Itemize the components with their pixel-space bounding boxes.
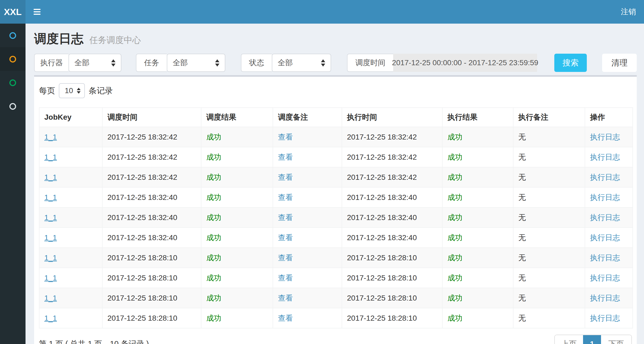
executor-label: 执行器	[34, 54, 68, 72]
handle-msg-cell: 无	[513, 167, 585, 187]
trigger-result-cell: 成功	[201, 167, 273, 187]
page-length-select[interactable]: 10	[59, 83, 85, 98]
daterange-input[interactable]: 2017-12-25 00:00:00 - 2017-12-25 23:59:5…	[393, 54, 537, 72]
trigger-msg-link[interactable]: 查看	[278, 173, 293, 181]
jobkey-link[interactable]: 1_1	[44, 314, 57, 322]
col-header-handle-result: 执行结果	[442, 108, 513, 127]
jobkey-link[interactable]: 1_1	[44, 294, 57, 302]
sidebar-item-executor[interactable]	[0, 94, 26, 118]
sidebar-item-joblog[interactable]	[0, 71, 26, 94]
handle-result-cell: 成功	[442, 308, 513, 328]
jobkey-link[interactable]: 1_1	[44, 274, 57, 282]
col-header-jobkey: JobKey	[39, 108, 102, 127]
clear-button[interactable]: 清理	[602, 54, 637, 72]
select-arrows-icon	[215, 59, 219, 67]
app-logo[interactable]: XXL	[0, 0, 26, 24]
handle-msg-cell: 无	[513, 187, 585, 207]
trigger-time-cell: 2017-12-25 18:28:10	[102, 268, 201, 288]
jobkey-link[interactable]: 1_1	[44, 133, 57, 141]
executor-select[interactable]: 全部	[68, 54, 121, 72]
exec-log-link[interactable]: 执行日志	[590, 233, 620, 242]
length-suffix-label: 条记录	[89, 85, 113, 96]
status-select[interactable]: 全部	[272, 54, 331, 72]
exec-log-link[interactable]: 执行日志	[590, 254, 620, 262]
trigger-msg-link[interactable]: 查看	[278, 233, 293, 242]
trigger-result-cell: 成功	[201, 147, 273, 167]
handle-msg-cell: 无	[513, 288, 585, 308]
trigger-msg-link[interactable]: 查看	[278, 193, 293, 202]
exec-log-link[interactable]: 执行日志	[590, 133, 620, 141]
handle-result-cell: 成功	[442, 268, 513, 288]
trigger-msg-link[interactable]: 查看	[278, 153, 293, 161]
col-header-trigger-result: 调度结果	[201, 108, 273, 127]
table-row: 1_1 2017-12-25 18:32:42 成功 查看 2017-12-25…	[39, 167, 633, 187]
trigger-time-cell: 2017-12-25 18:32:42	[102, 167, 201, 187]
sidebar-toggle-icon[interactable]	[34, 9, 41, 15]
exec-log-link[interactable]: 执行日志	[590, 193, 620, 202]
table-row: 1_1 2017-12-25 18:32:40 成功 查看 2017-12-25…	[39, 207, 633, 228]
handle-time-cell: 2017-12-25 18:32:42	[342, 167, 442, 187]
sidebar-item-report[interactable]	[0, 24, 26, 47]
job-label: 任务	[136, 54, 167, 72]
table-body: 1_1 2017-12-25 18:32:42 成功 查看 2017-12-25…	[39, 127, 633, 328]
table-row: 1_1 2017-12-25 18:32:40 成功 查看 2017-12-25…	[39, 187, 633, 207]
log-table-box: 每页 10 条记录 JobKey 调度时间 调度结果 调度备注 执行时间 执行结…	[34, 75, 637, 344]
prev-page-button[interactable]: 上页	[555, 335, 583, 344]
page-title: 调度日志	[34, 32, 84, 46]
logout-link[interactable]: 注销	[621, 7, 636, 17]
trigger-result-cell: 成功	[201, 248, 273, 268]
trigger-result-cell: 成功	[201, 288, 273, 308]
next-page-button[interactable]: 下页	[601, 335, 631, 344]
col-header-handle-time: 执行时间	[342, 108, 442, 127]
exec-log-link[interactable]: 执行日志	[590, 294, 620, 302]
handle-time-cell: 2017-12-25 18:32:42	[342, 147, 442, 167]
jobkey-link[interactable]: 1_1	[44, 173, 57, 181]
handle-time-cell: 2017-12-25 18:32:40	[342, 207, 442, 228]
jobkey-link[interactable]: 1_1	[44, 233, 57, 242]
jobkey-link[interactable]: 1_1	[44, 193, 57, 202]
exec-log-link[interactable]: 执行日志	[590, 213, 620, 222]
handle-result-cell: 成功	[442, 167, 513, 187]
table-row: 1_1 2017-12-25 18:32:42 成功 查看 2017-12-25…	[39, 127, 633, 147]
trigger-msg-link[interactable]: 查看	[278, 254, 293, 262]
trigger-msg-link[interactable]: 查看	[278, 314, 293, 322]
handle-msg-cell: 无	[513, 127, 585, 147]
handle-time-cell: 2017-12-25 18:28:10	[342, 248, 442, 268]
exec-log-link[interactable]: 执行日志	[590, 314, 620, 322]
trigger-msg-link[interactable]: 查看	[278, 213, 293, 222]
jobkey-link[interactable]: 1_1	[44, 254, 57, 262]
page-header: 调度日志 任务调度中心	[34, 31, 637, 47]
table-row: 1_1 2017-12-25 18:28:10 成功 查看 2017-12-25…	[39, 308, 633, 328]
handle-result-cell: 成功	[442, 228, 513, 248]
trigger-time-cell: 2017-12-25 18:32:40	[102, 207, 201, 228]
handle-msg-cell: 无	[513, 248, 585, 268]
trigger-time-label: 调度时间	[347, 54, 393, 72]
handle-result-cell: 成功	[442, 248, 513, 268]
executor-select-value: 全部	[74, 58, 106, 68]
circle-o-icon	[9, 103, 16, 110]
status-select-value: 全部	[278, 58, 316, 68]
trigger-result-cell: 成功	[201, 268, 273, 288]
handle-time-cell: 2017-12-25 18:28:10	[342, 268, 442, 288]
exec-log-link[interactable]: 执行日志	[590, 274, 620, 282]
search-button[interactable]: 搜索	[554, 54, 587, 72]
jobkey-link[interactable]: 1_1	[44, 213, 57, 222]
trigger-msg-link[interactable]: 查看	[278, 274, 293, 282]
trigger-msg-link[interactable]: 查看	[278, 294, 293, 302]
trigger-result-cell: 成功	[201, 187, 273, 207]
exec-log-link[interactable]: 执行日志	[590, 153, 620, 161]
joblog-table: JobKey 调度时间 调度结果 调度备注 执行时间 执行结果 执行备注 操作 …	[39, 107, 633, 328]
length-prefix-label: 每页	[39, 85, 55, 96]
sidebar-item-jobinfo[interactable]	[0, 47, 26, 71]
trigger-result-cell: 成功	[201, 207, 273, 228]
trigger-result-cell: 成功	[201, 127, 273, 147]
trigger-msg-link[interactable]: 查看	[278, 133, 293, 141]
trigger-time-cell: 2017-12-25 18:32:40	[102, 187, 201, 207]
filter-group-trigger-time: 调度时间 2017-12-25 00:00:00 - 2017-12-25 23…	[347, 54, 537, 72]
jobkey-link[interactable]: 1_1	[44, 153, 57, 161]
col-header-action: 操作	[585, 108, 633, 127]
exec-log-link[interactable]: 执行日志	[590, 173, 620, 181]
job-select[interactable]: 全部	[167, 54, 225, 72]
filter-group-job: 任务 全部	[136, 54, 225, 72]
current-page-button[interactable]: 1	[583, 335, 601, 344]
